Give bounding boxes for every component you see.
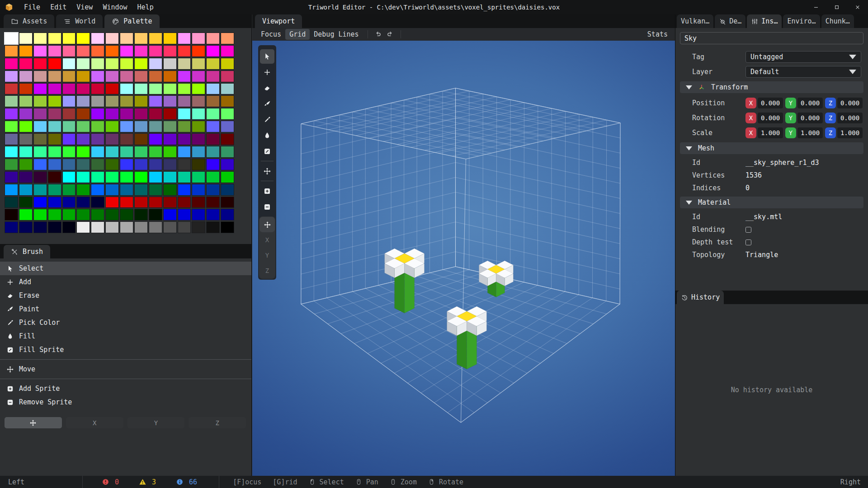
tab-assets[interactable]: Assets — [4, 14, 54, 28]
palette-swatch[interactable] — [62, 221, 76, 233]
viewport-toggle-grid[interactable]: Grid — [285, 29, 310, 40]
palette-swatch[interactable] — [91, 45, 104, 57]
palette-swatch[interactable] — [178, 33, 191, 44]
palette-swatch[interactable] — [206, 33, 220, 44]
palette-swatch[interactable] — [163, 33, 177, 44]
palette-swatch[interactable] — [149, 209, 162, 221]
brush-tool-pick-color[interactable]: Pick Color — [0, 316, 251, 329]
palette-swatch[interactable] — [192, 133, 205, 145]
palette-swatch[interactable] — [62, 33, 76, 44]
palette-swatch[interactable] — [48, 221, 61, 233]
palette-swatch[interactable] — [134, 209, 148, 221]
palette-swatch[interactable] — [178, 221, 191, 233]
palette-swatch[interactable] — [178, 159, 191, 170]
palette-swatch[interactable] — [91, 171, 104, 183]
palette-swatch[interactable] — [105, 70, 119, 82]
brush-tool-add[interactable]: Add — [0, 275, 251, 289]
palette-swatch[interactable] — [5, 95, 18, 107]
brush-tool-fill[interactable]: Fill — [0, 329, 251, 343]
palette-swatch[interactable] — [134, 121, 148, 132]
palette-swatch[interactable] — [134, 45, 148, 57]
viewport-3d-scene[interactable]: XYZ — [252, 41, 675, 476]
palette-swatch[interactable] — [76, 221, 90, 233]
palette-swatch[interactable] — [62, 197, 76, 208]
palette-swatch[interactable] — [120, 221, 133, 233]
palette-swatch[interactable] — [163, 209, 177, 221]
palette-swatch[interactable] — [206, 159, 220, 170]
palette-swatch[interactable] — [91, 95, 104, 107]
palette-swatch[interactable] — [163, 171, 177, 183]
palette-swatch[interactable] — [105, 197, 119, 208]
palette-swatch[interactable] — [76, 209, 90, 221]
palette-swatch[interactable] — [91, 184, 104, 196]
palette-swatch[interactable] — [221, 184, 234, 196]
palette-swatch[interactable] — [105, 146, 119, 158]
palette-swatch[interactable] — [120, 95, 133, 107]
tab-history[interactable]: History — [677, 291, 724, 304]
palette-swatch[interactable] — [149, 45, 162, 57]
palette-swatch[interactable] — [163, 197, 177, 208]
palette-swatch[interactable] — [62, 184, 76, 196]
tab-viewport[interactable]: Viewport — [255, 14, 302, 28]
palette-swatch[interactable] — [178, 121, 191, 132]
palette-swatch[interactable] — [48, 121, 61, 132]
close-button[interactable] — [847, 0, 868, 14]
brush-tool-select[interactable]: Select — [0, 262, 251, 275]
position-z-value[interactable]: 0.000 — [837, 98, 863, 108]
palette-swatch[interactable] — [19, 121, 33, 132]
palette-swatch[interactable] — [206, 171, 220, 183]
palette-swatch[interactable] — [48, 159, 61, 170]
palette-swatch[interactable] — [76, 70, 90, 82]
palette-swatch[interactable] — [221, 45, 234, 57]
palette-swatch[interactable] — [48, 58, 61, 70]
palette-swatch[interactable] — [149, 146, 162, 158]
palette-swatch[interactable] — [163, 108, 177, 120]
palette-swatch[interactable] — [91, 33, 104, 44]
menu-item-file[interactable]: File — [19, 0, 45, 14]
palette-swatch[interactable] — [221, 133, 234, 145]
scale-x-value[interactable]: 1.000 — [758, 127, 783, 138]
palette-swatch[interactable] — [105, 95, 119, 107]
brush-tool-remove-sprite[interactable]: Remove Sprite — [0, 395, 251, 409]
side-tool-select[interactable] — [260, 49, 274, 64]
palette-swatch[interactable] — [163, 95, 177, 107]
palette-swatch[interactable] — [105, 171, 119, 183]
section-header-transform[interactable]: Transform — [680, 81, 863, 93]
maximize-button[interactable] — [826, 0, 847, 14]
scale-y-value[interactable]: 1.000 — [797, 127, 823, 138]
error-count[interactable]: 0 — [102, 478, 119, 486]
palette-swatch[interactable] — [19, 159, 33, 170]
palette-swatch[interactable] — [62, 171, 76, 183]
palette-swatch[interactable] — [19, 33, 33, 44]
palette-swatch[interactable] — [120, 83, 133, 95]
palette-swatch[interactable] — [48, 45, 61, 57]
palette-swatch[interactable] — [76, 184, 90, 196]
palette-swatch[interactable] — [134, 184, 148, 196]
palette-swatch[interactable] — [33, 171, 47, 183]
palette-swatch[interactable] — [105, 133, 119, 145]
palette-swatch[interactable] — [134, 33, 148, 44]
palette-swatch[interactable] — [149, 108, 162, 120]
palette-swatch[interactable] — [91, 108, 104, 120]
palette-swatch[interactable] — [221, 83, 234, 95]
palette-swatch[interactable] — [76, 159, 90, 170]
palette-swatch[interactable] — [192, 33, 205, 44]
palette-swatch[interactable] — [192, 159, 205, 170]
palette-swatch[interactable] — [105, 58, 119, 70]
brush-tool-move[interactable]: Move — [0, 362, 251, 376]
section-header-mesh[interactable]: Mesh — [680, 142, 863, 154]
info-count[interactable]: 66 — [176, 478, 197, 486]
palette-swatch[interactable] — [149, 121, 162, 132]
palette-swatch[interactable] — [5, 45, 18, 57]
palette-swatch[interactable] — [149, 70, 162, 82]
palette-swatch[interactable] — [76, 133, 90, 145]
palette-swatch[interactable] — [19, 197, 33, 208]
palette-swatch[interactable] — [76, 108, 90, 120]
palette-swatch[interactable] — [91, 133, 104, 145]
palette-swatch[interactable] — [120, 33, 133, 44]
palette-swatch[interactable] — [62, 70, 76, 82]
palette-swatch[interactable] — [206, 45, 220, 57]
palette-swatch[interactable] — [206, 184, 220, 196]
palette-swatch[interactable] — [163, 146, 177, 158]
palette-swatch[interactable] — [221, 95, 234, 107]
